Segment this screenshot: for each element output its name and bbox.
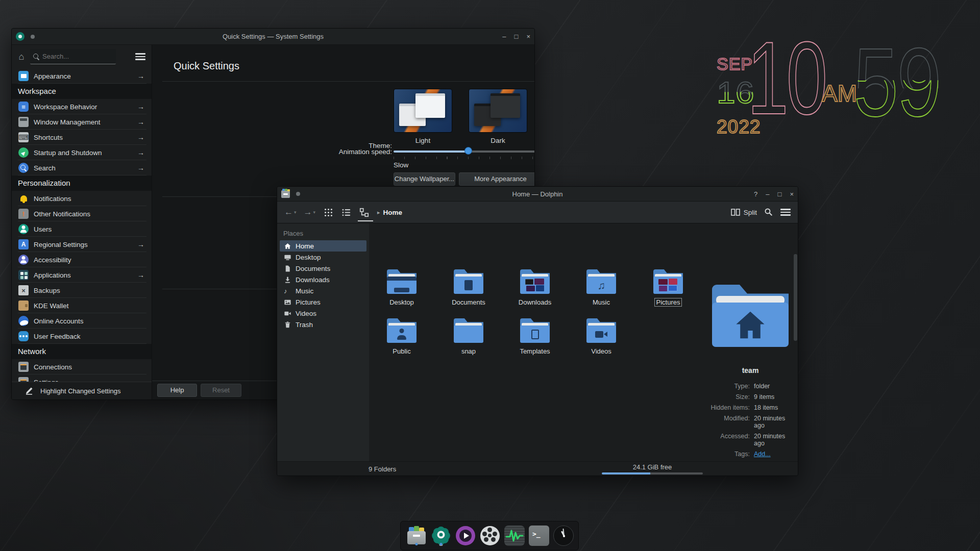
dolphin-window-title: Home — Dolphin: [277, 190, 798, 198]
places-item-videos[interactable]: Videos: [280, 308, 366, 319]
sidebar-item-kde-wallet[interactable]: KDE Wallet: [12, 298, 152, 313]
dock-terminal-icon[interactable]: >_: [529, 525, 549, 546]
file-pictures[interactable]: Pictures: [640, 269, 696, 306]
places-item-documents[interactable]: Documents: [280, 263, 366, 274]
window-management-icon: [18, 117, 29, 127]
sidebar-item-connections[interactable]: Connections: [12, 359, 152, 374]
help-button[interactable]: ?: [754, 190, 757, 198]
theme-preview-dark[interactable]: [469, 89, 527, 133]
maximize-button[interactable]: □: [778, 190, 782, 198]
titlebar-dot: [296, 192, 300, 196]
places-header: Places: [283, 230, 369, 237]
sidebar-item-appearance[interactable]: Appearance →: [12, 68, 152, 84]
sidebar-item-backups[interactable]: × Backups: [12, 283, 152, 298]
sidebar-item-other-notifications[interactable]: ! Other Notifications: [12, 206, 152, 221]
file-snap[interactable]: snap: [440, 318, 497, 355]
sidebar-item-network-settings[interactable]: Settings →: [12, 374, 152, 382]
sidebar-item-workspace-behavior[interactable]: ≡ Workspace Behavior →: [12, 99, 152, 114]
breadcrumb-home[interactable]: Home: [383, 209, 403, 216]
sidebar-item-search[interactable]: Search →: [12, 160, 152, 176]
keyboard-icon: ⌨: [18, 132, 29, 142]
dock-system-monitor-icon[interactable]: [504, 525, 525, 546]
dolphin-titlebar[interactable]: Home — Dolphin ? – □ ×: [277, 187, 798, 202]
change-wallpaper-button[interactable]: Change Wallpaper...: [394, 172, 455, 186]
dock-video-player-icon[interactable]: [480, 525, 500, 546]
sidebar-item-window-management[interactable]: Window Management →: [12, 114, 152, 130]
back-icon[interactable]: ←: [284, 207, 293, 217]
theme-preview-light[interactable]: [394, 89, 452, 133]
file-music[interactable]: ♫ Music: [573, 269, 629, 306]
settings-titlebar[interactable]: Quick Settings — System Settings – □ ×: [12, 29, 534, 45]
hamburger-menu-icon[interactable]: [780, 209, 791, 216]
back-dropdown-icon[interactable]: ▾: [294, 210, 297, 215]
close-button[interactable]: ×: [790, 190, 794, 198]
file-videos[interactable]: Videos: [573, 318, 629, 355]
slider-handle[interactable]: [464, 147, 472, 155]
maximize-button[interactable]: □: [514, 33, 519, 40]
scrollbar[interactable]: [794, 254, 797, 341]
sidebar-item-applications[interactable]: Applications →: [12, 267, 152, 283]
settings-search-field[interactable]: [30, 49, 116, 64]
split-view-button[interactable]: Split: [731, 208, 757, 216]
minimize-button[interactable]: –: [766, 190, 769, 198]
music-note-icon: ♪: [284, 287, 291, 295]
dolphin-toolbar: ← ▾ → ▾ ▸ Home: [277, 202, 798, 223]
ethernet-icon: [18, 377, 29, 382]
sidebar-item-startup-shutdown[interactable]: ▶ Startup and Shutdown →: [12, 145, 152, 160]
tags-add-link[interactable]: Add...: [754, 450, 795, 458]
sidebar-item-notifications[interactable]: Notifications: [12, 191, 152, 206]
places-item-music[interactable]: ♪ Music: [280, 285, 366, 296]
file-documents[interactable]: Documents: [440, 269, 497, 306]
settings-sidebar-list: Appearance → Workspace ≡ Workspace Behav…: [12, 68, 152, 382]
sidebar-item-accessibility[interactable]: Accessibility: [12, 252, 152, 267]
close-button[interactable]: ×: [526, 33, 530, 40]
icons-view-button[interactable]: [324, 208, 333, 217]
minimize-button[interactable]: –: [502, 33, 506, 40]
places-item-desktop[interactable]: Desktop: [280, 252, 366, 263]
places-item-downloads[interactable]: Downloads: [280, 274, 366, 285]
reset-button[interactable]: Reset: [201, 384, 241, 397]
search-input[interactable]: [42, 53, 104, 60]
dock-dolphin-icon[interactable]: [406, 525, 427, 546]
help-button[interactable]: Help: [157, 384, 197, 397]
search-icon: [18, 163, 29, 173]
backup-box-icon: ×: [18, 285, 29, 295]
arrow-right-icon: →: [137, 378, 144, 382]
hamburger-menu-icon[interactable]: [135, 53, 145, 60]
forward-dropdown-icon[interactable]: ▾: [313, 210, 316, 215]
dock-system-settings-icon[interactable]: [431, 525, 451, 546]
sidebar-item-regional-settings[interactable]: A Regional Settings →: [12, 237, 152, 252]
tree-view-button[interactable]: [359, 208, 369, 217]
sidebar-item-user-feedback[interactable]: User Feedback: [12, 329, 152, 344]
dolphin-window: Home — Dolphin ? – □ × ← ▾ → ▾: [277, 186, 798, 476]
places-item-trash[interactable]: Trash: [280, 319, 366, 330]
more-appearance-settings-button[interactable]: More Appearance Settings...: [459, 172, 535, 186]
highlight-changed-settings-toggle[interactable]: Highlight Changed Settings: [12, 382, 152, 399]
clock-hour: 10: [747, 27, 825, 130]
sidebar-item-online-accounts[interactable]: Online Accounts: [12, 313, 152, 329]
translate-icon: A: [18, 239, 29, 249]
places-item-pictures[interactable]: Pictures: [280, 296, 366, 308]
sidebar-item-shortcuts[interactable]: ⌨ Shortcuts →: [12, 130, 152, 145]
list-view-button[interactable]: [341, 208, 351, 217]
dolphin-statusbar: 9 Folders 24.1 GiB free: [277, 461, 798, 475]
search-icon[interactable]: [764, 208, 773, 217]
file-desktop[interactable]: Desktop: [374, 269, 430, 306]
ethernet-icon: [18, 362, 29, 372]
file-downloads[interactable]: Downloads: [507, 269, 563, 306]
file-public[interactable]: Public: [374, 318, 430, 355]
file-templates[interactable]: Templates: [507, 318, 563, 355]
theme-dark-label: Dark: [469, 137, 527, 144]
active-view-underline: [358, 220, 373, 221]
video-icon: [284, 310, 291, 317]
forward-icon[interactable]: →: [304, 207, 312, 217]
dock-clock-icon[interactable]: [553, 525, 574, 546]
dock-media-player-icon[interactable]: [455, 525, 476, 546]
home-icon[interactable]: ⌂: [16, 52, 27, 62]
places-item-home[interactable]: Home: [280, 240, 366, 252]
selected-item-name: team: [703, 366, 798, 374]
sidebar-item-users[interactable]: Users: [12, 221, 152, 237]
slider-slow-label: Slow: [394, 161, 408, 169]
folder-public-icon: [387, 318, 416, 343]
arrow-right-icon: →: [137, 72, 144, 80]
